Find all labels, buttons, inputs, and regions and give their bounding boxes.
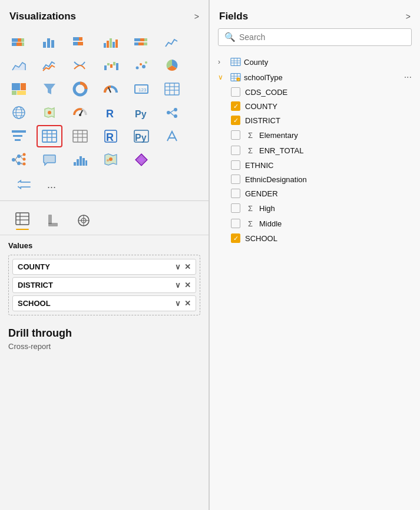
viz-ribbon-chart-icon[interactable] (67, 54, 93, 77)
viz-diamond-icon[interactable] (128, 149, 154, 171)
district-field-tree-item[interactable]: DISTRICT (210, 113, 420, 127)
svg-rect-18 (134, 38, 140, 41)
svg-line-88 (15, 157, 17, 160)
elementary-sum-icon: Σ (245, 130, 256, 140)
viz-panel-title: Visualizations (9, 11, 76, 22)
viz-bar-chart-icon[interactable] (37, 31, 62, 53)
viz-100-stacked-icon[interactable] (128, 31, 154, 53)
high-field-item[interactable]: Σ High (210, 200, 420, 216)
svg-rect-65 (15, 139, 21, 141)
svg-rect-5 (22, 42, 24, 46)
viz-filter-icon[interactable] (37, 78, 62, 100)
viz-ellipsis-btn[interactable]: ... (44, 177, 59, 192)
search-input[interactable] (239, 32, 405, 42)
tab-analytics[interactable] (70, 210, 98, 231)
viz-line-cluster-icon[interactable] (37, 54, 62, 77)
viz-r-icon[interactable]: R (98, 101, 124, 124)
viz-stacked-bar-icon[interactable] (6, 31, 32, 53)
svg-rect-103 (16, 213, 29, 225)
county-field-tree-label: COUNTY (245, 102, 412, 111)
viz-filter2-icon[interactable] (6, 125, 32, 147)
high-checkbox[interactable] (231, 203, 240, 213)
svg-rect-11 (73, 42, 78, 45)
viz-pie-chart-icon[interactable] (159, 54, 185, 77)
middle-checkbox[interactable] (231, 219, 240, 228)
ethnic-designation-checkbox[interactable] (231, 175, 240, 184)
svg-rect-113 (231, 58, 240, 66)
school-field-tree-item[interactable]: SCHOOL (210, 231, 420, 245)
school-field-checkbox[interactable] (231, 233, 240, 243)
ethnic-designation-item[interactable]: EthnicDesignation (210, 172, 420, 186)
cds-code-checkbox[interactable] (231, 87, 240, 97)
middle-label: Middle (259, 219, 412, 228)
svg-point-32 (145, 61, 147, 64)
county-close[interactable]: ✕ (184, 262, 191, 271)
viz-python-icon[interactable]: Py (128, 101, 154, 124)
fields-collapse-icon[interactable]: > (406, 12, 411, 21)
viz-ai-icon[interactable] (159, 125, 185, 147)
gender-field-item[interactable]: GENDER (210, 186, 420, 200)
schooltype-more-icon[interactable]: ··· (404, 72, 412, 83)
viz-r2-icon[interactable]: R (98, 125, 124, 147)
enr-total-field-item[interactable]: Σ ENR_TOTAL (210, 143, 420, 158)
tab-format[interactable] (39, 210, 67, 231)
county-table-item[interactable]: › County (210, 54, 420, 70)
county-field-controls: ∨ ✕ (175, 262, 191, 271)
ethnic-checkbox[interactable] (231, 160, 240, 170)
viz-map-icon[interactable] (37, 101, 62, 124)
viz-scatter-icon[interactable] (128, 54, 154, 77)
enr-total-sum-icon: Σ (245, 145, 256, 156)
viz-table-icon[interactable] (37, 125, 62, 147)
svg-point-29 (136, 67, 139, 70)
cds-code-item[interactable]: CDS_CODE (210, 85, 420, 99)
viz-card-icon[interactable]: 123 (128, 78, 154, 100)
viz-decomp-icon[interactable] (6, 149, 32, 171)
district-field-checkbox[interactable] (231, 116, 240, 125)
county-chevron[interactable]: ∨ (175, 262, 181, 271)
tab-fields[interactable] (8, 208, 37, 232)
district-field-label: DISTRICT (18, 281, 53, 289)
svg-rect-4 (16, 42, 22, 46)
ethnic-field-item[interactable]: ETHNIC (210, 158, 420, 172)
viz-chat-icon[interactable] (37, 149, 62, 171)
elementary-field-item[interactable]: Σ Elementary (210, 127, 420, 143)
viz-waterfall-icon[interactable] (98, 54, 124, 77)
school-chevron[interactable]: ∨ (175, 299, 181, 308)
viz-python2-icon[interactable]: Py (128, 125, 154, 147)
viz-network-icon[interactable] (159, 101, 185, 124)
enr-total-checkbox[interactable] (231, 146, 240, 155)
county-field-checkbox[interactable] (231, 101, 240, 111)
svg-marker-37 (44, 84, 55, 94)
viz-matrix-icon[interactable] (159, 78, 185, 100)
svg-rect-0 (12, 38, 18, 42)
viz-arrows-icon[interactable] (8, 173, 40, 196)
district-close[interactable]: ✕ (184, 281, 191, 289)
svg-rect-97 (82, 158, 85, 166)
viz-clustered-bar-icon[interactable] (98, 31, 124, 53)
viz-area-chart-icon[interactable] (6, 54, 32, 77)
svg-point-58 (167, 111, 170, 114)
viz-gauge-icon[interactable] (98, 78, 124, 100)
viz-treemap-icon[interactable] (6, 78, 32, 100)
district-chevron[interactable]: ∨ (175, 281, 181, 289)
county-field-tree-item[interactable]: COUNTY (210, 99, 420, 113)
school-close[interactable]: ✕ (184, 299, 191, 308)
viz-speedometer-icon[interactable] (67, 101, 93, 124)
viz-stacked-bar2-icon[interactable] (67, 31, 93, 53)
middle-field-item[interactable]: Σ Middle (210, 216, 420, 231)
viz-globe-icon[interactable] (6, 101, 32, 124)
schooltype-table-item[interactable]: ∨ ✓ schoolType ··· (210, 70, 420, 85)
svg-text:Py: Py (135, 133, 147, 143)
viz-collapse-icon[interactable]: > (194, 12, 199, 21)
viz-hist-icon[interactable] (67, 149, 93, 171)
viz-table2-icon[interactable] (67, 125, 93, 147)
elementary-checkbox[interactable] (231, 130, 240, 140)
gender-checkbox[interactable] (231, 189, 240, 198)
svg-text:✓: ✓ (237, 78, 240, 81)
viz-line-chart-icon[interactable] (159, 31, 185, 53)
viz-donut-icon[interactable] (67, 78, 93, 100)
svg-rect-23 (144, 42, 147, 45)
viz-map2-icon[interactable] (98, 149, 124, 171)
svg-rect-98 (85, 160, 87, 166)
svg-line-61 (170, 110, 174, 113)
